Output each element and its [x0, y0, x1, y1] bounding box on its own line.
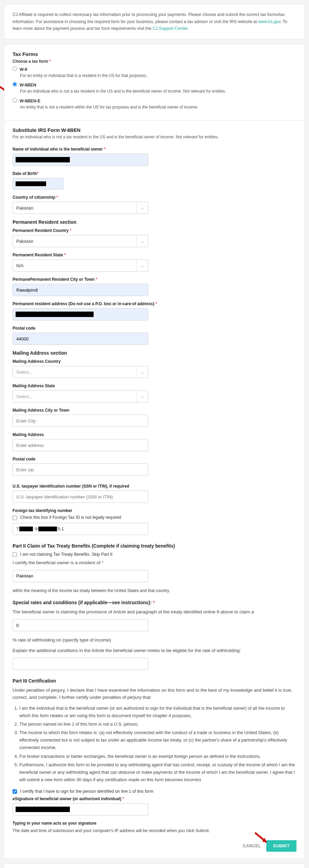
postal-input[interactable] [13, 333, 148, 345]
radio-w9-desc: For an entity or individual that is a re… [20, 73, 296, 79]
chevron-down-icon: ⌄ [136, 202, 148, 214]
resident-input[interactable] [13, 570, 148, 582]
citizen-label: Country of citizenship [13, 195, 55, 200]
perm-city-label: PermanePermanent Resident City or Town [13, 277, 95, 282]
radio-w8bene[interactable] [13, 98, 17, 102]
mail-addr-input[interactable] [13, 439, 148, 451]
citizen-select[interactable]: Pakistan ⌄ [13, 202, 148, 214]
dob-label: Date of Birth [13, 171, 37, 176]
radio-w9-label[interactable]: W-9 [20, 67, 27, 72]
perm-country-value: Pakistan [13, 239, 136, 244]
perm-country-label: Permanent Resident Country [13, 228, 69, 233]
name-input[interactable] [13, 154, 148, 166]
intro-text3: . [188, 26, 189, 31]
cert-list: I am the individual that is the benefici… [13, 705, 296, 784]
special-title: Special rates and conditions (if applica… [13, 600, 152, 605]
choose-label: Choose a tax form [13, 59, 48, 64]
mail-state-ph: Select... [13, 394, 136, 399]
postal-label: Postal code [13, 326, 296, 331]
cert-item: The income to which this form relates is… [19, 729, 296, 751]
radio-w9[interactable] [13, 66, 17, 71]
form-heading: Substitute IRS Form W-8BEN [13, 127, 296, 133]
citizen-value: Pakistan [13, 205, 136, 211]
perm-city-input[interactable] [13, 284, 148, 296]
within-text: within the meaning of the income tax tre… [13, 588, 296, 594]
chevron-down-icon: ⌄ [136, 260, 148, 271]
cert-item: I am the individual that is the benefici… [19, 705, 296, 719]
typing-note: Typing in your name acts as your signatu… [13, 821, 296, 826]
radio-w8bene-desc: An entity that is not a resident within … [20, 104, 296, 110]
name-label: Name of individual who is the beneficial… [13, 147, 103, 152]
support-link[interactable]: CJ Support Center [153, 26, 188, 31]
part3-title: Part III Certification [13, 678, 296, 684]
perm-state-select[interactable]: N/A ⌄ [13, 259, 148, 272]
cert-checkbox[interactable] [13, 789, 17, 794]
dob-input[interactable] [13, 178, 63, 190]
ftin-check-label: Check this box if Foreign Tax ID is not … [20, 515, 121, 520]
mail-city-label: Mailing Address City or Town [13, 408, 296, 413]
ustin-input[interactable] [13, 491, 148, 503]
chevron-down-icon: ⌄ [136, 235, 148, 247]
explain-input[interactable] [13, 658, 148, 670]
mail-section-header: Mailing Address section [13, 350, 296, 356]
submit-button[interactable]: SUBMIT [266, 840, 296, 852]
perm-section-header: Permanent Resident section [13, 219, 296, 225]
cancel-button[interactable]: CANCEL [243, 844, 261, 848]
perm-addr-input[interactable] [13, 308, 148, 320]
cert-item: For broker transactions or barter exchan… [19, 753, 296, 760]
perm-state-label: Permanent Resident State [13, 253, 63, 257]
chevron-down-icon: ⌄ [136, 366, 148, 378]
ip-note: The date and time of submission and your… [13, 828, 296, 834]
sig-label: eSignature of beneficial owner (or autho… [13, 796, 121, 801]
intro-card: CJ Affiliate is required to collect nece… [4, 4, 305, 39]
signature-input[interactable] [13, 803, 148, 815]
mail-postal-label: Postal code [13, 457, 296, 461]
rate-text: % rate of withholding on (specify type o… [13, 637, 296, 644]
ustin-label: U.S. taxpayer identification number (SSN… [13, 484, 296, 489]
cert-item: Furthermore, I authorize this form to be… [19, 761, 296, 784]
rate-input[interactable] [13, 619, 148, 631]
mail-city-input[interactable] [13, 415, 148, 427]
mail-postal-input[interactable] [13, 463, 148, 476]
explain-text: Explain the additional conditions in the… [13, 647, 296, 654]
cert-text: I certify the beneficial owner is a resi… [13, 560, 100, 565]
perm-addr-label: Permanent resident address (Do not use a… [13, 301, 154, 306]
ftin-input[interactable]: 7-95-1 [13, 523, 148, 535]
ftin-label: Foreign tax identifying number [13, 508, 296, 513]
intro-text: CJ Affiliate is required to collect nece… [13, 12, 285, 24]
skip-part2-label: I am not claiming Tax Treaty Benefits. S… [20, 552, 112, 557]
skip-part2-checkbox[interactable] [13, 552, 17, 557]
perm-country-select[interactable]: Pakistan ⌄ [13, 235, 148, 247]
mail-state-label: Mailing Address State [13, 383, 296, 388]
cert-item: The person named on line 1 of this form … [19, 721, 296, 728]
radio-w8bene-label[interactable]: W-8BEN-E [20, 99, 41, 103]
irs-link[interactable]: www.irs.gov [258, 19, 281, 24]
mail-country-label: Mailing Address Country [13, 359, 296, 364]
mail-country-select[interactable]: Select... ⌄ [13, 366, 148, 378]
radio-w8ben[interactable] [13, 82, 17, 86]
radio-w8ben-desc: For an individual who is not a tax resid… [20, 88, 296, 94]
part3-intro: Under penalties of perjury, I declare th… [13, 687, 296, 701]
tax-forms-title: Tax Forms [13, 51, 296, 57]
tax-forms-card: Tax Forms Choose a tax form * W-9 For an… [4, 44, 305, 859]
perm-state-value: N/A [13, 263, 136, 268]
mail-country-ph: Select... [13, 370, 136, 375]
ftin-not-required-checkbox[interactable] [13, 516, 17, 520]
cert-check-label: I certify that I have to sign for the pe… [20, 789, 153, 794]
claim-text: The beneficial owner is claiming the pro… [13, 609, 296, 616]
mail-state-select[interactable]: Select... ⌄ [13, 390, 148, 402]
chevron-down-icon: ⌄ [136, 391, 148, 402]
part2-title: Part II Claim of Tax Treaty Benefits (Co… [13, 543, 296, 549]
form-heading-desc: For an individual who is not a tax resid… [13, 134, 296, 140]
vat-card: Value Added Tax (Optional) ADD VAT NUMBE… [4, 864, 305, 868]
mail-addr-label: Mailing Address [13, 432, 296, 437]
radio-w8ben-label[interactable]: W-8BEN [20, 83, 36, 87]
